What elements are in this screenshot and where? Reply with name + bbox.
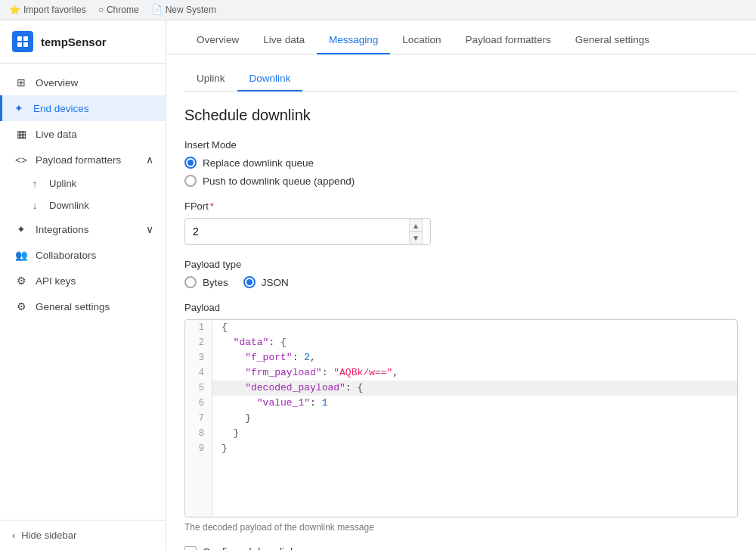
device-icon: ✦ xyxy=(12,102,26,114)
sidebar-item-downlink[interactable]: ↓ Downlink xyxy=(26,194,166,216)
fport-spinner: ▲ ▼ xyxy=(409,219,423,244)
tab-messaging[interactable]: Messaging xyxy=(317,26,390,54)
people-icon: 👥 xyxy=(14,249,28,261)
sub-tab-uplink[interactable]: Uplink xyxy=(184,67,237,92)
fport-section: FPort* ▲ ▼ xyxy=(184,200,738,245)
chat-icon: ▦ xyxy=(14,128,28,140)
sidebar-item-overview[interactable]: ⊞ Overview xyxy=(0,70,166,95)
sidebar-item-live-data[interactable]: ▦ Live data xyxy=(0,121,166,147)
payload-formatters-sub: ↑ Uplink ↓ Downlink xyxy=(0,172,166,216)
main-content: Overview Live data Messaging Location Pa… xyxy=(166,20,756,550)
insert-mode-label: Insert Mode xyxy=(184,139,738,151)
chrome-icon: ○ xyxy=(98,5,104,15)
insert-mode-radio-group: Replace downlink queue Push to downlink … xyxy=(184,157,738,187)
sidebar-item-uplink[interactable]: ↑ Uplink xyxy=(26,172,166,194)
key-icon: ⚙ xyxy=(14,275,28,287)
sub-tab-downlink[interactable]: Downlink xyxy=(237,67,303,92)
app-name: tempSensor xyxy=(41,36,107,48)
confirmed-downlink-label: Confirmed downlink xyxy=(203,546,296,550)
grid-icon: ⊞ xyxy=(14,76,28,89)
radio-replace-input[interactable] xyxy=(184,157,197,169)
fport-input-wrapper: ▲ ▼ xyxy=(184,218,431,245)
radio-push[interactable]: Push to downlink queue (append) xyxy=(184,175,738,187)
sidebar-item-collaborators[interactable]: 👥 Collaborators xyxy=(0,242,166,268)
payload-type-row: Bytes JSON xyxy=(184,276,738,288)
arrow-up-icon: ↑ xyxy=(28,178,42,189)
radio-json[interactable]: JSON xyxy=(243,276,289,288)
code-line-3: 3 "f_port": 2, xyxy=(185,350,737,365)
fport-required: * xyxy=(210,200,214,212)
top-tabs-bar: Overview Live data Messaging Location Pa… xyxy=(166,20,756,54)
code-line-13 xyxy=(185,502,737,517)
sidebar-item-payload-formatters[interactable]: <> Payload formatters ∧ xyxy=(0,147,166,172)
browser-bar: ⭐ Import favorites ○ Chrome 📄 New System xyxy=(0,0,756,20)
radio-push-label: Push to downlink queue (append) xyxy=(203,176,355,187)
sidebar-item-general-settings[interactable]: ⚙ General settings xyxy=(0,294,166,319)
bookmark-icon: ⭐ xyxy=(9,5,20,15)
payload-label: Payload xyxy=(184,302,738,313)
sidebar-item-end-devices[interactable]: ✦ End devices xyxy=(0,95,166,121)
section-title: Schedule downlink xyxy=(184,107,738,124)
radio-json-input[interactable] xyxy=(243,276,256,288)
tab-general-settings[interactable]: General settings xyxy=(563,26,662,54)
browser-tab-new-system[interactable]: 📄 New System xyxy=(151,5,216,15)
app-logo xyxy=(12,31,33,52)
radio-bytes-input[interactable] xyxy=(184,276,197,288)
content-area: Uplink Downlink Schedule downlink Insert… xyxy=(166,54,756,550)
tab-live-data[interactable]: Live data xyxy=(251,26,317,54)
chevron-left-icon: ‹ xyxy=(12,530,15,541)
confirmed-downlink-row: Confirmed downlink xyxy=(184,546,738,550)
code-icon: <> xyxy=(14,154,28,166)
radio-bytes[interactable]: Bytes xyxy=(184,276,228,288)
code-line-6: 6 "value_1": 1 xyxy=(185,396,737,411)
code-line-9: 9 } xyxy=(185,441,737,456)
gear-icon: ⚙ xyxy=(14,300,28,312)
arrow-down-icon: ↓ xyxy=(28,200,42,211)
code-line-2: 2 "data": { xyxy=(185,335,737,350)
sidebar-nav: ⊞ Overview ✦ End devices ▦ Live data <> … xyxy=(0,64,166,520)
code-line-1: 1 { xyxy=(185,320,737,335)
payload-type-label: Payload type xyxy=(184,259,738,270)
chevron-up-icon: ∧ xyxy=(146,154,153,166)
payload-helper-text: The decoded payload of the downlink mess… xyxy=(184,522,738,533)
code-line-12 xyxy=(185,486,737,502)
code-line-11 xyxy=(185,471,737,486)
sidebar: tempSensor ⊞ Overview ✦ End devices ▦ Li… xyxy=(0,20,166,550)
insert-mode-section: Insert Mode Replace downlink queue Push … xyxy=(184,139,738,187)
fport-field[interactable] xyxy=(193,225,409,238)
hide-sidebar-button[interactable]: ‹ Hide sidebar xyxy=(0,520,166,550)
fork-icon: ✦ xyxy=(14,223,28,235)
payload-editor[interactable]: 1 { 2 "data": { 3 "f_port": 2, 4 "frm_pa xyxy=(184,319,738,517)
payload-type-section: Payload type Bytes JSON xyxy=(184,259,738,288)
chevron-down-icon: ∨ xyxy=(146,223,153,235)
sidebar-item-integrations[interactable]: ✦ Integrations ∨ xyxy=(0,216,166,242)
radio-push-input[interactable] xyxy=(184,175,197,187)
code-line-8: 8 } xyxy=(185,426,737,441)
browser-tab-chrome[interactable]: ○ Chrome xyxy=(98,5,139,15)
radio-replace[interactable]: Replace downlink queue xyxy=(184,157,738,169)
code-line-5: 5 "decoded_payload": { xyxy=(185,381,737,396)
confirmed-downlink-checkbox[interactable] xyxy=(184,546,197,550)
tab-payload-formatters[interactable]: Payload formatters xyxy=(453,26,562,54)
sub-tabs: Uplink Downlink xyxy=(184,54,738,92)
sidebar-header: tempSensor xyxy=(0,20,166,64)
radio-bytes-label: Bytes xyxy=(203,277,228,288)
payload-section: Payload 1 { 2 "data": { 3 "f_port": 2, xyxy=(184,302,738,533)
tab-location[interactable]: Location xyxy=(390,26,453,54)
code-line-7: 7 } xyxy=(185,411,737,426)
tab-overview[interactable]: Overview xyxy=(184,26,251,54)
code-line-10 xyxy=(185,456,737,471)
fport-decrement[interactable]: ▼ xyxy=(409,231,423,244)
sidebar-item-api-keys[interactable]: ⚙ API keys xyxy=(0,268,166,294)
browser-tab-favorites[interactable]: ⭐ Import favorites xyxy=(9,5,86,15)
fport-increment[interactable]: ▲ xyxy=(409,219,423,231)
document-icon: 📄 xyxy=(151,5,163,15)
code-line-4: 4 "frm_payload": "AQBk/w==", xyxy=(185,365,737,381)
fport-label: FPort* xyxy=(184,200,738,212)
radio-replace-label: Replace downlink queue xyxy=(203,157,314,169)
radio-json-label: JSON xyxy=(262,277,289,288)
